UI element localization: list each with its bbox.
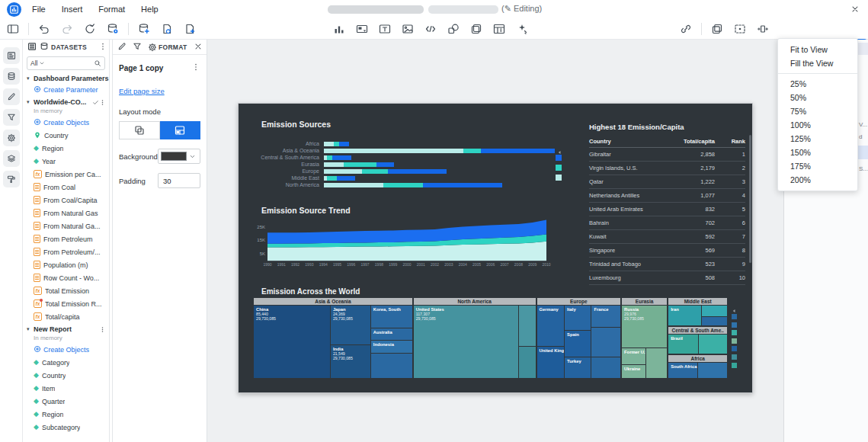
treemap-cell-brazil[interactable]: Brazil [668, 335, 698, 353]
table-row[interactable]: Singapore5698 [589, 244, 745, 258]
design-canvas[interactable]: Emission Sources AfricaAsia & OceaniaCen… [207, 40, 783, 442]
menu-item-file[interactable]: File [29, 3, 49, 15]
treemap-cell-germany[interactable]: Germany [537, 306, 564, 346]
dataset-field-emission-per-ca[interactable]: fxEmission per Ca... [23, 168, 109, 181]
treemap-cell[interactable] [519, 306, 535, 346]
dataset-field-region[interactable]: ◆Region [23, 408, 109, 421]
bar-africa[interactable]: Africa [252, 140, 559, 147]
treemap-cell-italy[interactable]: Italy [565, 306, 591, 330]
treemap-cell-ukraine[interactable]: Ukraine [622, 365, 645, 378]
copy-pages-button[interactable] [708, 20, 726, 38]
bar-europe[interactable]: Europe [252, 168, 559, 175]
bar-middle-east[interactable]: Middle East [252, 175, 559, 181]
legend-swatch[interactable] [556, 175, 562, 181]
zoom-menu-item-75[interactable]: 75% [778, 104, 857, 118]
redo-button[interactable] [58, 20, 76, 38]
database-add-button[interactable] [135, 20, 153, 38]
treemap-cell-former-u-s-s-r[interactable]: Former U.S.S.R. [622, 348, 645, 364]
legend-swatch[interactable] [732, 322, 737, 328]
zoom-menu-item-50[interactable]: 50% [778, 91, 857, 104]
legend-swatch[interactable] [732, 330, 737, 335]
treemap-cell-spain[interactable]: Spain [565, 331, 591, 357]
dataset-field-year[interactable]: ◆Year [23, 155, 109, 168]
page-sync-add-button[interactable] [158, 20, 176, 38]
close-icon[interactable] [847, 2, 863, 17]
shapes-button[interactable] [444, 20, 463, 38]
zoom-menu-item-fit-to-view[interactable]: Fit to View [778, 43, 857, 56]
tree-expand-icon[interactable]: ▾ [27, 326, 34, 332]
rail-filter-button[interactable] [3, 109, 20, 126]
menu-item-help[interactable]: Help [138, 3, 162, 15]
treemap-cell[interactable] [702, 306, 728, 316]
bar-asia-oceania[interactable]: Asia & Oceania [252, 147, 559, 154]
edit-page-size-link[interactable]: Edit page size [119, 87, 165, 95]
dataset-search-bar[interactable]: All [27, 56, 105, 70]
layout-absolute-button[interactable] [119, 121, 160, 139]
dataset-field-from-coal-capita[interactable]: From Coal/Capita [23, 194, 109, 207]
rail-gear-button[interactable] [3, 130, 20, 146]
rail-layers-button[interactable] [3, 150, 20, 167]
dataset-field-quarter[interactable]: ◆Quarter [23, 395, 109, 408]
rail-paint-roller-button[interactable] [3, 171, 20, 187]
dataset-group-dashboard-parameters[interactable]: ▾Dashboard Parameters [23, 72, 109, 84]
dataset-field-from-natural-gas[interactable]: From Natural Gas [23, 207, 109, 219]
table-scrollbar[interactable] [749, 135, 751, 263]
filter-tab[interactable] [133, 40, 142, 54]
dataset-field-item[interactable]: ◆Item [23, 382, 109, 395]
legend-swatch[interactable] [732, 346, 737, 351]
treemap-cell-south-africa[interactable]: South Africa [668, 363, 697, 378]
kebab-menu-icon[interactable] [99, 322, 106, 336]
rail-list-panel-button[interactable] [3, 47, 20, 64]
card-button[interactable] [353, 20, 371, 38]
treemap-cell[interactable] [591, 328, 620, 357]
table-row[interactable]: Gibraltar2,8581 [589, 148, 745, 162]
rail-database-button[interactable] [3, 68, 20, 85]
dataset-field-population-m[interactable]: Population (m) [23, 258, 109, 271]
zoom-menu-item-150[interactable]: 150% [778, 146, 857, 159]
legend-swatch[interactable] [732, 314, 737, 319]
search-icon[interactable] [94, 59, 101, 67]
dataset-group-new-report[interactable]: ▾New Report [23, 323, 109, 335]
treemap-cell[interactable] [698, 363, 727, 378]
table-row[interactable]: Qatar1,2223 [589, 175, 745, 189]
dataset-field-total-emission[interactable]: fxTotal Emission [23, 284, 109, 297]
dataset-field-from-coal[interactable]: From Coal [23, 181, 109, 194]
table-row[interactable]: Kuwait5927 [589, 230, 745, 244]
background-color-picker[interactable] [158, 149, 200, 164]
duplicate-button[interactable] [467, 20, 485, 38]
treemap-cell-china[interactable]: China85,44029,730,085 [254, 306, 330, 378]
table-row[interactable]: United Arab Emirates8325 [589, 203, 745, 216]
dataset-field-total-emission-r[interactable]: fxTotal Emission R... [23, 297, 109, 310]
table-button[interactable] [490, 20, 508, 38]
zoom-menu-item-fill-the-view[interactable]: Fill the View [778, 56, 857, 70]
treemap-cell[interactable] [519, 347, 535, 378]
menu-item-format[interactable]: Format [95, 3, 128, 15]
treemap-cell-iran[interactable]: Iran [668, 306, 700, 325]
close-panel-icon[interactable] [194, 40, 203, 54]
layout-grid-button[interactable] [160, 121, 201, 139]
image-button[interactable] [399, 20, 417, 38]
text-box-button[interactable] [376, 20, 394, 38]
dataset-field-subcategory[interactable]: ◆Subcategory [23, 421, 109, 434]
legend-swatch[interactable] [732, 363, 737, 368]
dataset-field-from-petroleum[interactable]: From Petroleum/... [23, 245, 109, 258]
bar-chart-button[interactable] [330, 20, 348, 38]
treemap-cell-france[interactable]: France [591, 306, 620, 327]
create-objects-link[interactable]: Create Objects [23, 344, 109, 356]
zoom-menu-item-200[interactable]: 200% [778, 173, 857, 187]
dataset-field-category[interactable]: ◆Category [23, 356, 109, 369]
dataset-field-from-petroleum[interactable]: From Petroleum [23, 232, 109, 245]
dataset-field-row-count-wo[interactable]: Row Count - Wo... [23, 271, 109, 284]
dataset-field-country[interactable]: Country [23, 129, 109, 142]
zoom-menu-item-125[interactable]: 125% [778, 132, 857, 146]
bar-central-south-america[interactable]: Central & South America [252, 154, 559, 161]
zoom-menu-item-25[interactable]: 25% [778, 77, 857, 91]
legend-swatch[interactable] [732, 354, 737, 360]
treemap-cell-japan[interactable]: Japan24,36929,730,085 [331, 306, 370, 344]
treemap-cell-india[interactable]: India21,54929,730,085 [331, 345, 370, 378]
kebab-menu-icon[interactable] [191, 61, 200, 75]
bar-eurasia[interactable]: Eurasia [252, 161, 559, 168]
kebab-menu-icon[interactable] [99, 95, 106, 109]
page-add-button[interactable] [181, 20, 199, 38]
table-row[interactable]: Trinidad and Tobago5239 [589, 258, 745, 271]
